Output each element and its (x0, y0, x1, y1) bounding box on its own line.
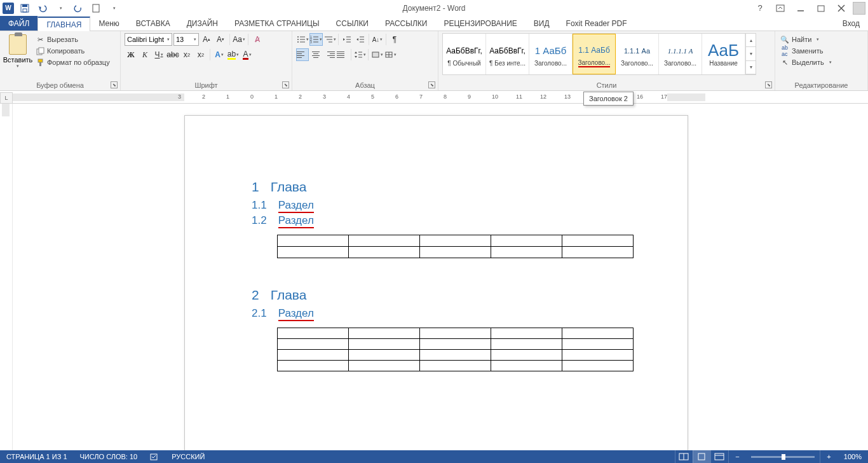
bold-button[interactable]: Ж (125, 48, 137, 61)
clear-formatting-button[interactable]: A̷ (251, 33, 264, 46)
change-case-button[interactable]: Aa (233, 33, 245, 46)
svg-point-17 (297, 41, 299, 43)
copy-button[interactable]: Копировать (34, 46, 111, 56)
text-effects-button[interactable]: A (213, 48, 226, 61)
style-item-1[interactable]: АаБбВвГг,¶ Без инте... (486, 34, 529, 74)
style-item-5[interactable]: 1.1.1.1 АЗаголово... (659, 34, 702, 74)
heading-1[interactable]: 2Глава (252, 287, 634, 303)
gallery-down[interactable]: ▾ (746, 47, 756, 60)
tab-design[interactable]: ДИЗАЙН (179, 16, 226, 31)
group-label-editing: Редактирование (775, 81, 867, 89)
tab-insert[interactable]: ВСТАВКА (128, 16, 179, 31)
qat-redo-button[interactable] (71, 1, 85, 15)
zoom-out-button[interactable]: − (728, 450, 746, 463)
replace-button[interactable]: abacЗаменить (779, 46, 833, 56)
heading-2[interactable]: 1.2Раздел (252, 214, 634, 227)
sort-button[interactable]: A↓ (371, 33, 384, 46)
view-read-mode[interactable] (675, 450, 693, 463)
align-left-button[interactable] (296, 48, 309, 61)
group-label-paragraph: Абзац (292, 81, 438, 89)
strikethrough-button[interactable]: abc (166, 48, 179, 61)
justify-button[interactable] (336, 48, 349, 61)
qat-new-doc-button[interactable] (89, 1, 103, 15)
table-1[interactable] (277, 235, 634, 258)
style-item-2[interactable]: 1 АаБбЗаголово... (529, 34, 573, 74)
heading-1[interactable]: 1Глава (252, 179, 634, 195)
tab-selector[interactable]: L (0, 92, 13, 104)
qat-undo-button[interactable] (36, 1, 50, 15)
underline-button[interactable]: Ч (153, 48, 165, 61)
gallery-more[interactable]: ▾ (746, 61, 756, 74)
svg-point-13 (297, 36, 299, 38)
gallery-up[interactable]: ▴ (746, 34, 756, 47)
login-link[interactable]: Вход (834, 16, 868, 31)
status-proofing[interactable] (144, 452, 165, 461)
grow-font-button[interactable]: A▴ (200, 33, 213, 46)
align-right-button[interactable] (323, 48, 336, 61)
numbering-button[interactable]: 123 (309, 33, 323, 46)
ruler-horizontal[interactable]: L 32101234567891011121314151617 (0, 92, 868, 104)
tab-view[interactable]: ВИД (526, 16, 558, 31)
style-item-6[interactable]: АаБНазвание (702, 34, 745, 74)
paragraph-dialog-launcher[interactable]: ⬊ (428, 81, 435, 88)
style-item-4[interactable]: 1.1.1 АаЗаголово... (616, 34, 659, 74)
qat-save-button[interactable] (18, 1, 32, 15)
superscript-button[interactable]: x2 (194, 48, 207, 61)
tab-review[interactable]: РЕЦЕНЗИРОВАНИЕ (435, 16, 525, 31)
tab-home[interactable]: ГЛАВНАЯ (37, 17, 90, 31)
style-item-3[interactable]: 1.1 АаБбЗаголово... (573, 34, 616, 74)
status-word-count[interactable]: ЧИСЛО СЛОВ: 10 (74, 453, 144, 460)
highlight-button[interactable]: ab (227, 48, 240, 61)
heading-2[interactable]: 2.1Раздел (252, 307, 634, 320)
zoom-level[interactable]: 100% (837, 453, 868, 460)
view-web-layout[interactable] (710, 450, 728, 463)
paste-button[interactable]: Вставить ▾ (4, 33, 32, 69)
tab-references[interactable]: ССЫЛКИ (328, 16, 377, 31)
ruler-vertical[interactable] (0, 104, 13, 450)
style-item-0[interactable]: АаБбВвГг,¶ Обычный (443, 34, 486, 74)
font-color-button[interactable]: A (241, 48, 254, 61)
tab-file[interactable]: ФАЙЛ (0, 16, 37, 31)
tab-foxit[interactable]: Foxit Reader PDF (558, 16, 635, 31)
table-2[interactable] (277, 328, 634, 371)
shading-button[interactable] (370, 48, 383, 61)
decrease-indent-button[interactable] (341, 33, 353, 46)
tab-mailings[interactable]: РАССЫЛКИ (377, 16, 435, 31)
help-button[interactable]: ? (751, 1, 769, 15)
document-area[interactable]: 1Глава 1.1Раздел 1.2Раздел 2Глава 2.1Раз… (13, 104, 868, 450)
close-button[interactable] (832, 1, 850, 15)
shrink-font-button[interactable]: A▾ (214, 33, 227, 46)
cut-button[interactable]: ✂Вырезать (34, 34, 111, 45)
bullets-button[interactable] (296, 33, 309, 46)
borders-button[interactable] (384, 48, 397, 61)
styles-dialog-launcher[interactable]: ⬊ (765, 81, 772, 88)
font-dialog-launcher[interactable]: ⬊ (282, 81, 289, 88)
find-button[interactable]: 🔍Найти▾ (779, 34, 833, 45)
align-center-button[interactable] (309, 48, 322, 61)
user-account-icon[interactable] (853, 2, 865, 15)
clipboard-dialog-launcher[interactable]: ⬊ (111, 81, 118, 88)
multilevel-list-button[interactable] (323, 33, 336, 46)
subscript-button[interactable]: x2 (180, 48, 193, 61)
increase-indent-button[interactable] (354, 33, 367, 46)
select-button[interactable]: ↖Выделить▾ (779, 57, 833, 67)
show-marks-button[interactable]: ¶ (388, 33, 401, 46)
tab-menu[interactable]: Меню (90, 16, 127, 31)
view-print-layout[interactable] (693, 450, 710, 463)
maximize-button[interactable] (812, 1, 830, 15)
ribbon-display-button[interactable] (771, 1, 789, 15)
format-painter-button[interactable]: Формат по образцу (34, 57, 111, 67)
tab-layout[interactable]: РАЗМЕТКА СТРАНИЦЫ (226, 16, 328, 31)
status-language[interactable]: РУССКИЙ (165, 453, 211, 460)
zoom-in-button[interactable]: + (820, 450, 837, 463)
minimize-button[interactable] (792, 1, 810, 15)
line-spacing-button[interactable] (353, 48, 366, 61)
qat-customize-dropdown[interactable] (107, 1, 121, 15)
status-page[interactable]: СТРАНИЦА 1 ИЗ 1 (0, 453, 74, 460)
italic-button[interactable]: К (139, 48, 151, 61)
font-size-combo[interactable]: 13▾ (173, 33, 199, 46)
zoom-slider[interactable] (751, 456, 815, 458)
font-name-combo[interactable]: Calibri Light▾ (125, 33, 172, 46)
qat-undo-dropdown[interactable] (53, 1, 67, 15)
heading-2[interactable]: 1.1Раздел (252, 199, 634, 212)
